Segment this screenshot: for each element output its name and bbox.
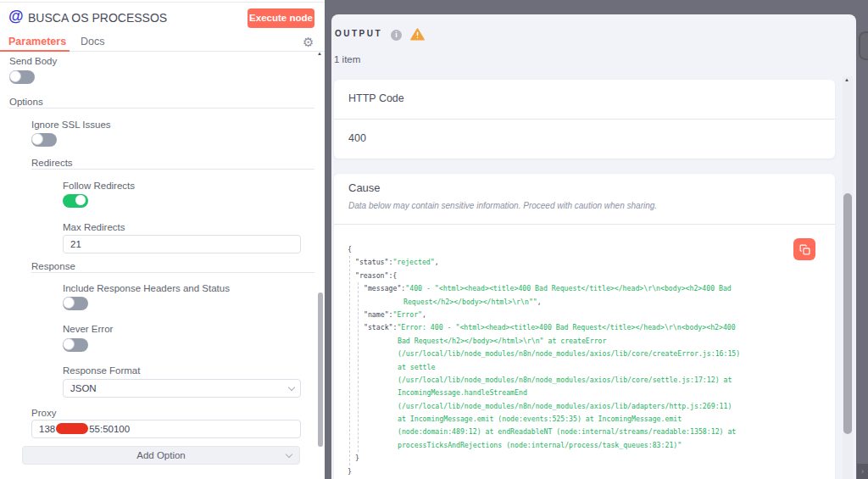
toggle-knob bbox=[63, 297, 75, 309]
proxy-value-prefix: 138 bbox=[39, 424, 55, 434]
json-line: { bbox=[348, 243, 740, 256]
output-panel: OUTPUT i 1 item HTTP Code 400 Cause Data… bbox=[331, 14, 856, 479]
toggle-knob bbox=[63, 338, 75, 350]
ignore-ssl-label: Ignore SSL Issues bbox=[31, 120, 111, 130]
never-error-toggle[interactable] bbox=[63, 338, 88, 352]
proxy-input[interactable]: 13855:50100 bbox=[31, 420, 301, 438]
never-error-label: Never Error bbox=[63, 324, 113, 334]
proxy-value-suffix: 55:50100 bbox=[89, 424, 130, 434]
redirects-section-title: Redirects bbox=[31, 158, 73, 168]
send-body-toggle[interactable] bbox=[9, 70, 35, 84]
json-line: (/usr/local/lib/node_modules/n8n/node_mo… bbox=[348, 348, 740, 360]
proxy-label: Proxy bbox=[31, 408, 56, 418]
json-line: "reason":{ bbox=[348, 270, 740, 282]
response-format-label: Response Format bbox=[63, 365, 140, 376]
options-section-title: Options bbox=[9, 97, 43, 107]
max-redirects-label: Max Redirects bbox=[63, 222, 125, 232]
partially-visible-widget: › bbox=[857, 464, 868, 479]
max-redirects-input[interactable]: 21 bbox=[63, 235, 301, 253]
panel-top-border bbox=[0, 2, 325, 3]
tab-bar: Parameters Docs ⚙ bbox=[0, 34, 325, 52]
partially-visible-widget bbox=[859, 31, 868, 60]
redaction-mark bbox=[56, 423, 88, 434]
scroll-up-arrow[interactable]: ▲ bbox=[317, 51, 322, 56]
cause-warning-note: Data below may contain sensitive informa… bbox=[348, 201, 657, 210]
http-code-card: HTTP Code 400 bbox=[334, 80, 835, 159]
active-tab-underline bbox=[0, 50, 70, 52]
json-line: "stack":"Error: 400 - "<html><head><titl… bbox=[348, 321, 740, 334]
http-code-label: HTTP Code bbox=[348, 92, 404, 104]
follow-redirects-toggle[interactable] bbox=[63, 194, 88, 208]
include-response-headers-toggle[interactable] bbox=[63, 297, 88, 310]
ignore-ssl-toggle[interactable] bbox=[31, 133, 57, 147]
follow-redirects-label: Follow Redirects bbox=[63, 181, 135, 191]
divider bbox=[334, 119, 835, 120]
json-line: Request</h2></body></html>\r\n"", bbox=[348, 296, 740, 309]
json-line: } bbox=[348, 465, 740, 478]
cause-card: Cause Data below may contain sensitive i… bbox=[334, 174, 835, 479]
response-section-title: Response bbox=[31, 261, 75, 271]
json-error-output: {"status":"rejected","reason":{"message"… bbox=[348, 243, 740, 478]
http-code-value: 400 bbox=[348, 132, 366, 144]
scroll-up-arrow[interactable]: ▲ bbox=[844, 77, 849, 82]
toggle-knob bbox=[9, 70, 21, 82]
json-line: Bad Request</h2></body></html>\r\n" at c… bbox=[348, 335, 740, 348]
execute-node-button[interactable]: Execute node bbox=[248, 8, 314, 28]
json-line: (/usr/local/lib/node_modules/n8n/node_mo… bbox=[348, 400, 740, 413]
json-line: "name":"Error", bbox=[348, 309, 740, 321]
gear-icon[interactable]: ⚙ bbox=[303, 35, 314, 50]
node-settings-panel: @ BUSCA OS PROCESSOS Execute node Parame… bbox=[0, 0, 325, 479]
toggle-knob bbox=[31, 133, 43, 145]
json-line: at IncomingMessage.emit (node:events:525… bbox=[348, 413, 740, 426]
divider bbox=[334, 224, 835, 225]
include-response-headers-label: Include Response Headers and Status bbox=[63, 283, 230, 293]
response-format-select[interactable]: JSON bbox=[63, 379, 301, 398]
json-line: } bbox=[348, 452, 740, 465]
node-title[interactable]: BUSCA OS PROCESSOS bbox=[28, 11, 167, 25]
send-body-label: Send Body bbox=[9, 56, 57, 66]
json-line: "status":"rejected", bbox=[348, 256, 740, 269]
json-line: processTicksAndRejections (node:internal… bbox=[348, 439, 740, 452]
divider bbox=[31, 169, 314, 170]
scrollbar-thumb[interactable] bbox=[318, 292, 323, 447]
json-line: at settle bbox=[348, 361, 740, 374]
json-line: (node:domain:489:12) at endReadableNT (n… bbox=[348, 426, 740, 438]
info-icon[interactable]: i bbox=[391, 30, 402, 41]
copy-to-clipboard-button[interactable] bbox=[793, 238, 815, 260]
scrollbar-thumb[interactable] bbox=[843, 193, 852, 434]
toggle-knob bbox=[75, 194, 86, 206]
items-count: 1 item bbox=[334, 54, 360, 64]
divider bbox=[31, 272, 314, 273]
tab-docs[interactable]: Docs bbox=[81, 36, 104, 47]
cause-title: Cause bbox=[348, 181, 381, 194]
json-line: "message":"400 - "<html><head><title>400… bbox=[348, 282, 740, 295]
json-line: (/usr/local/lib/node_modules/n8n/node_mo… bbox=[348, 374, 740, 387]
node-type-icon: @ bbox=[8, 8, 24, 25]
divider bbox=[9, 108, 314, 109]
json-line: IncomingMessage.handleStreamEnd bbox=[348, 387, 740, 399]
warning-icon[interactable] bbox=[410, 28, 425, 44]
add-option-button[interactable]: Add Option bbox=[22, 446, 300, 465]
output-panel-title: OUTPUT bbox=[335, 29, 382, 38]
tab-parameters[interactable]: Parameters bbox=[8, 36, 66, 47]
